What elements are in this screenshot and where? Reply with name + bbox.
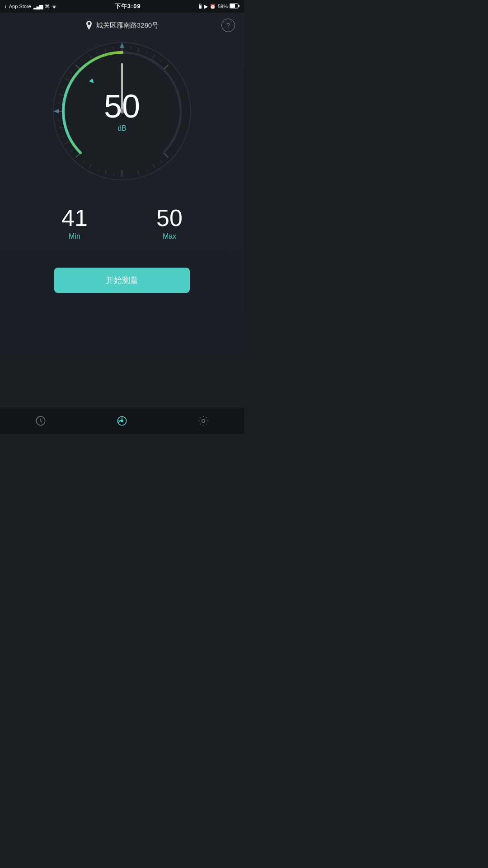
wifi-icon: ⌘ — [45, 4, 57, 9]
bottom-nav — [0, 407, 244, 434]
location-icon: ▶ — [204, 4, 208, 9]
location-address: 城关区雁南路3280号 — [96, 21, 159, 30]
settings-icon — [197, 415, 209, 427]
status-bar: ‹ App Store ▂▄▆ ⌘ 下午3:09 ▶ ⏰ 59% — [0, 0, 244, 13]
stat-min-label: Min — [61, 232, 88, 241]
gauge-current-value: 50 — [104, 90, 140, 123]
battery-percent: 59% — [218, 4, 228, 9]
stats-row: 41 Min 50 Max — [0, 193, 244, 250]
app-store-label[interactable]: App Store — [9, 4, 31, 9]
start-measure-button[interactable]: 开始测量 — [54, 268, 190, 293]
battery-icon — [230, 3, 239, 9]
main-content: 城关区雁南路3280号 ? — [0, 13, 244, 434]
alarm-icon: ⏰ — [210, 4, 216, 9]
meter-icon — [116, 415, 128, 427]
gauge-center: 50 dB — [104, 90, 140, 132]
signal-icon: ▂▄▆ — [33, 4, 43, 9]
history-icon — [35, 415, 47, 427]
status-time: 下午3:09 — [115, 2, 141, 10]
svg-rect-2 — [230, 4, 235, 8]
status-right: ▶ ⏰ 59% — [198, 3, 239, 9]
status-left: ‹ App Store ▂▄▆ ⌘ — [5, 3, 57, 10]
pin-icon — [85, 21, 93, 30]
svg-rect-3 — [238, 5, 239, 7]
gauge-container: 50 dB — [50, 39, 194, 184]
stat-max-value: 50 — [156, 206, 183, 230]
nav-settings[interactable] — [163, 415, 244, 427]
svg-rect-0 — [199, 5, 202, 9]
stat-max: 50 Max — [156, 206, 183, 241]
location-text: 城关区雁南路3280号 — [85, 21, 159, 30]
nav-history[interactable] — [0, 415, 81, 427]
lock-icon — [198, 3, 202, 9]
gauge-unit: dB — [104, 124, 140, 132]
location-bar: 城关区雁南路3280号 ? — [0, 13, 244, 34]
back-arrow[interactable]: ‹ — [5, 3, 7, 10]
svg-point-47 — [202, 419, 205, 422]
nav-meter[interactable] — [81, 415, 163, 427]
help-button[interactable]: ? — [221, 19, 235, 32]
stat-min: 41 Min — [61, 206, 88, 241]
stat-min-value: 41 — [61, 206, 88, 230]
stat-max-label: Max — [156, 232, 183, 241]
